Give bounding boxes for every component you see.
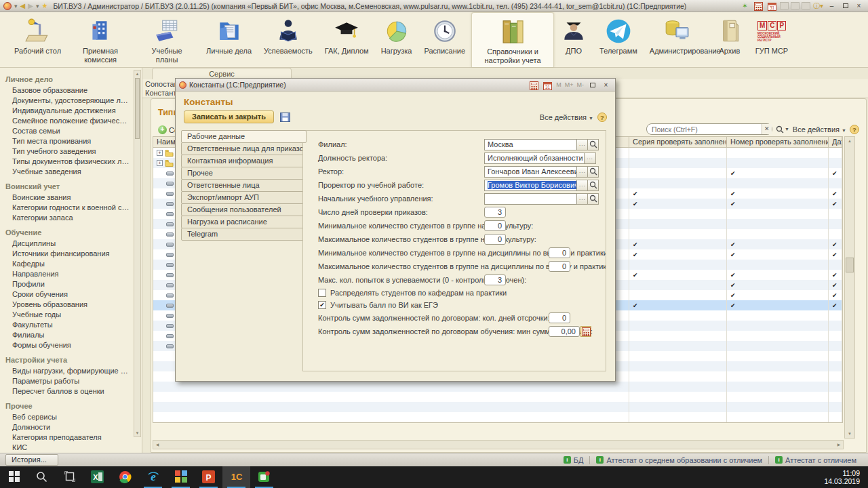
number-input[interactable]: 0 [484, 234, 506, 245]
ribbon-item-files[interactable]: Личные дела [200, 12, 258, 67]
scroll-down-icon[interactable]: ▼ [845, 430, 854, 437]
reference-input[interactable] [484, 193, 577, 205]
number-input[interactable]: 0 [484, 220, 506, 231]
dialog-tab-6[interactable]: Экспорт/импорт АУП [181, 191, 307, 204]
ribbon-item-archive[interactable]: Архив [710, 12, 749, 67]
taskbar-tiles-app[interactable] [167, 466, 195, 488]
restore-button[interactable] [840, 1, 851, 10]
open-search-icon[interactable] [588, 180, 599, 191]
table-row[interactable] [153, 392, 842, 402]
memory-minus-button[interactable]: M- [576, 81, 585, 88]
dialog-help-icon[interactable]: ? [597, 113, 607, 122]
ribbon-item-admission[interactable]: Приемная комиссия [67, 12, 134, 67]
table-horizontal-scrollbar[interactable]: ◀ ▶ [153, 440, 844, 449]
sidebar-item[interactable]: КИС [0, 442, 132, 452]
ribbon-item-dpo[interactable]: ДПО [554, 12, 593, 67]
ribbon-item-load[interactable]: Нагрузка [375, 12, 418, 67]
taskbar-powerpoint[interactable]: P [195, 466, 222, 488]
taskbar-excel[interactable]: X [83, 466, 111, 488]
forward-icon[interactable]: ▶ [28, 2, 33, 9]
sidebar-item[interactable]: Пересчет баллов в оценки [0, 386, 132, 396]
sidebar-item[interactable]: Типы документов физических лиц [0, 156, 132, 166]
sidebar-item[interactable]: Тип места проживания [0, 136, 132, 146]
checkbox[interactable] [318, 289, 326, 297]
maximize-button[interactable] [587, 81, 598, 89]
sidebar-item[interactable]: Филиалы [0, 329, 132, 340]
status-item[interactable]: iАттестат с отличием [768, 456, 863, 464]
dialog-tab-7[interactable]: Сообщения пользователей [181, 203, 307, 216]
reference-input[interactable]: Москва [484, 139, 577, 150]
taskbar-1c-enterprise[interactable]: 1С [222, 466, 250, 488]
sidebar-item[interactable]: Воинские звания [0, 192, 132, 202]
status-item[interactable]: iАттестат о среднем образовании с отличи… [589, 456, 768, 464]
sidebar-item[interactable]: Веб сервисы [0, 411, 132, 422]
sidebar-item[interactable]: Профили [0, 279, 132, 289]
open-search-icon[interactable] [588, 166, 599, 178]
sidebar-item[interactable]: Учебные годы [0, 309, 132, 319]
expand-icon[interactable]: + [157, 150, 163, 156]
dialog-tab-5[interactable]: Ответственные лица [181, 179, 307, 192]
dialog-tab-3[interactable]: Контактная информация [181, 155, 307, 167]
taskbar-start[interactable] [0, 466, 28, 488]
scroll-left-icon[interactable]: ◀ [153, 441, 161, 449]
ribbon-item-diploma[interactable]: ГАК, Диплом [319, 12, 375, 67]
sidebar-item[interactable]: Учебные заведения [0, 166, 132, 176]
dialog-tab-8[interactable]: Нагрузка и расписание [181, 216, 307, 228]
sidebar-item[interactable]: Тип учебного заведения [0, 146, 132, 156]
scroll-right-icon[interactable]: ▶ [835, 441, 843, 449]
search-options-icon[interactable]: ▼ [776, 125, 789, 134]
sidebar-scrollbar[interactable]: ▲ ▼ [134, 70, 141, 437]
all-actions-button[interactable]: Все действия ▼ [793, 125, 846, 134]
scroll-up-icon[interactable]: ▲ [134, 70, 140, 77]
memory-plus-button[interactable]: M+ [564, 81, 574, 88]
calendar-icon[interactable]: 31 [542, 81, 553, 89]
table-row[interactable] [153, 412, 842, 422]
ribbon-item-plans[interactable]: Учебные планы [134, 12, 200, 67]
taskbar-internet-explorer[interactable]: e [139, 466, 167, 488]
calendar-icon[interactable]: 31 [766, 1, 778, 10]
choose-button[interactable]: ... [577, 139, 588, 150]
info-dropdown-icon[interactable]: ⓘ▾ [812, 1, 824, 10]
dialog-tab-2[interactable]: Ответственные лица для приказов [181, 142, 307, 155]
reference-input[interactable]: Громов Виктор Борисович [484, 180, 577, 191]
calculator-icon[interactable] [753, 1, 764, 10]
choose-button[interactable]: ... [585, 152, 596, 164]
calculator-icon[interactable] [528, 81, 540, 89]
open-search-icon[interactable] [588, 139, 599, 150]
money-input[interactable]: 0,00 [549, 326, 580, 337]
sidebar-item[interactable]: Виды нагрузки, формирующие задо... [0, 365, 132, 375]
sidebar-item[interactable]: Сроки обучения [0, 289, 132, 299]
number-input[interactable]: 0 [549, 312, 570, 323]
sidebar-item[interactable]: Факультеты [0, 319, 132, 329]
close-button[interactable]: × [853, 1, 865, 10]
memory-button[interactable]: M [555, 81, 562, 88]
favorites-star-icon[interactable]: ★ [41, 2, 47, 9]
number-input[interactable]: 3 [484, 207, 506, 218]
status-item[interactable]: iБД [557, 456, 590, 464]
ribbon-item-desktop[interactable]: Рабочий стол [8, 12, 67, 67]
open-search-icon[interactable] [588, 193, 599, 205]
checkbox[interactable]: ✔ [318, 301, 326, 309]
ribbon-item-telegram[interactable]: Телеграмм [593, 12, 644, 67]
sidebar-item[interactable]: Параметры работы [0, 375, 132, 386]
table-row[interactable] [153, 382, 842, 392]
sidebar-item[interactable]: Документы, удостоверяющие личн... [0, 95, 132, 105]
taskbar-chrome[interactable] [111, 466, 139, 488]
help-icon[interactable]: ? [850, 125, 859, 134]
scroll-up-icon[interactable]: ▲ [845, 138, 854, 144]
ribbon-item-msr[interactable]: МСРМОСКОВСКИЙСОЦИАЛЬНЫЙРЕГИСТРГУП МСР [749, 12, 794, 67]
dialog-all-actions-button[interactable]: Все действия ▼ [540, 113, 593, 121]
save-icon[interactable] [278, 110, 292, 123]
table-row[interactable] [153, 402, 842, 412]
ribbon-item-schedule[interactable]: Расписание [418, 12, 471, 67]
scroll-down-icon[interactable]: ▼ [134, 430, 140, 436]
sidebar-item[interactable]: Состав семьи [0, 125, 132, 136]
calculator-icon[interactable] [580, 326, 591, 337]
taskbar-green-app[interactable] [250, 466, 278, 488]
sidebar-item[interactable]: Направления [0, 268, 132, 279]
sidebar-item[interactable]: Уровень образования [0, 299, 132, 309]
scroll-thumb[interactable] [135, 78, 140, 139]
sidebar-item[interactable]: Категории запаса [0, 212, 132, 222]
history-dropdown-icon[interactable]: ▾ [36, 3, 39, 9]
history-button[interactable]: История... [5, 454, 58, 466]
